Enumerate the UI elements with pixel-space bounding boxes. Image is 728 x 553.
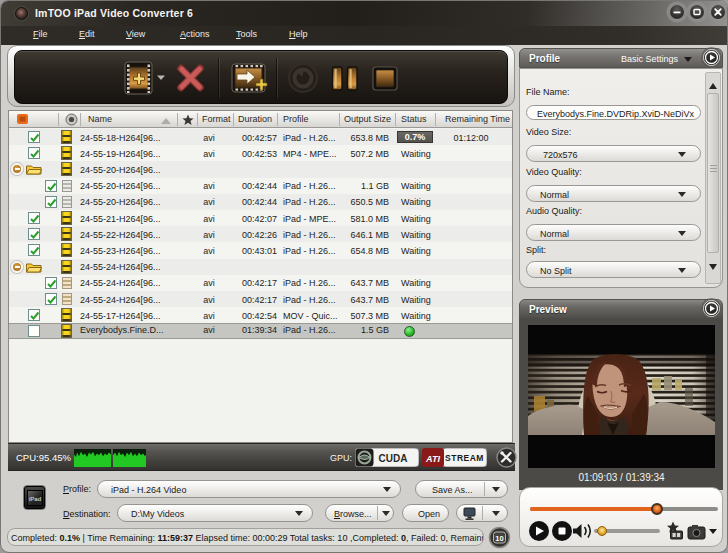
svg-text:ATI: ATI [425,454,440,464]
svg-text:10: 10 [495,534,503,543]
svg-text:CUDA: CUDA [379,453,408,464]
svg-text:STREAM: STREAM [445,453,484,463]
